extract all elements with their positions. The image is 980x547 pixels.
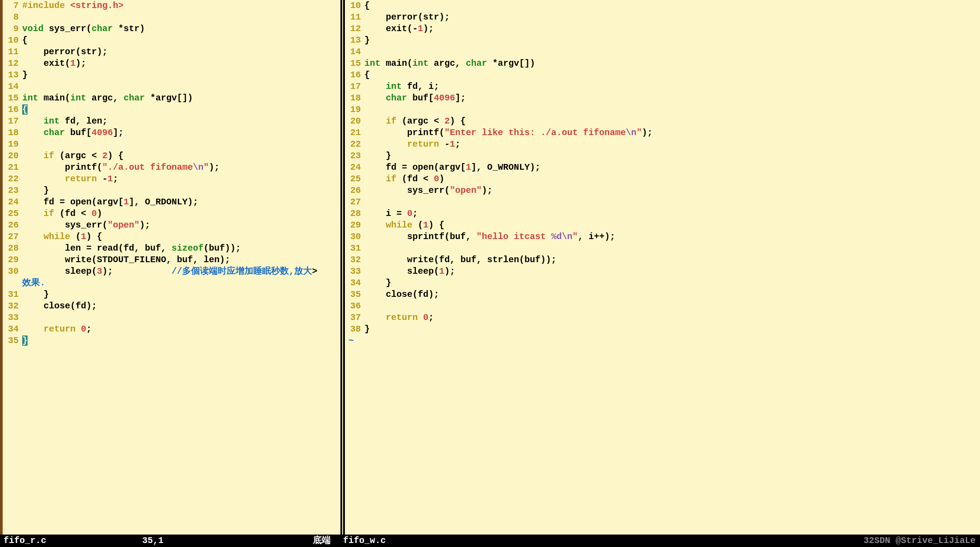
code-content[interactable]: sleep(1); [364,266,980,277]
code-line[interactable]: 13} [3,69,340,81]
code-content[interactable]: { [364,0,980,12]
code-line[interactable]: 29 while (1) { [345,220,980,231]
code-line[interactable]: 11 perror(str); [3,46,340,58]
code-content[interactable]: } [22,69,340,81]
code-line[interactable]: 7#include <string.h> [3,0,340,12]
code-line[interactable]: 38} [345,323,980,335]
code-line[interactable]: 35 close(fd); [345,289,980,300]
code-line[interactable]: 18 char buf[4096]; [3,127,340,139]
code-line[interactable]: 20 if (argc < 2) { [3,150,340,162]
code-content[interactable] [22,312,340,323]
code-content[interactable]: sys_err("open"); [22,220,340,231]
code-content[interactable]: while (1) { [22,231,340,243]
code-content[interactable]: int fd, i; [364,81,980,92]
code-line[interactable]: 27 [345,196,980,208]
code-content[interactable]: if (fd < 0) [22,208,340,220]
code-content[interactable] [22,139,340,150]
code-content[interactable]: sleep(3); //多個读端时应增加睡眠秒数,放大> [22,266,340,277]
code-line[interactable]: 效果. [3,277,340,289]
code-line[interactable]: 10{ [345,0,980,12]
code-line[interactable]: 25 if (fd < 0) [345,173,980,185]
code-content[interactable]: fd = open(argv[1], O_RDONLY); [22,196,340,208]
code-content[interactable] [364,300,980,312]
code-line[interactable]: 16{ [345,69,980,81]
code-line[interactable]: 9void sys_err(char *str) [3,23,340,35]
code-content[interactable]: return -1; [22,173,340,185]
pane-separator[interactable] [340,0,343,535]
code-content[interactable]: #include <string.h> [22,0,340,12]
code-line[interactable]: 30 sleep(3); //多個读端时应增加睡眠秒数,放大> [3,266,340,277]
code-content[interactable] [364,46,980,58]
code-line[interactable]: 14 [345,46,980,58]
code-content[interactable]: } [364,323,980,335]
code-line[interactable]: 12 exit(1); [3,58,340,69]
code-line[interactable]: 31 [345,243,980,254]
code-content[interactable]: exit(1); [22,58,340,69]
code-line[interactable]: 29 write(STDOUT_FILENO, buf, len); [3,254,340,266]
left-pane[interactable]: 7#include <string.h>89void sys_err(char … [0,0,340,535]
code-line[interactable]: 13} [345,35,980,46]
code-content[interactable]: 效果. [22,277,340,289]
code-content[interactable]: } [364,277,980,289]
code-content[interactable]: { [22,104,340,116]
code-content[interactable]: close(fd); [364,289,980,300]
code-line[interactable]: 32 close(fd); [3,300,340,312]
code-line[interactable]: 10{ [3,35,340,46]
code-content[interactable]: while (1) { [364,220,980,231]
code-content[interactable]: i = 0; [364,208,980,220]
code-content[interactable]: return 0; [22,323,340,335]
code-line[interactable]: 15int main(int argc, char *argv[]) [345,58,980,69]
code-content[interactable]: sys_err("open"); [364,185,980,196]
code-content[interactable]: return -1; [364,139,980,150]
code-content[interactable]: write(fd, buf, strlen(buf)); [364,254,980,266]
code-line[interactable]: 23 } [3,185,340,196]
code-content[interactable]: char buf[4096]; [22,127,340,139]
code-line[interactable]: 28 i = 0; [345,208,980,220]
code-line[interactable]: 24 fd = open(argv[1], O_WRONLY); [345,162,980,173]
code-content[interactable]: } [22,185,340,196]
code-line[interactable]: 33 sleep(1); [345,266,980,277]
code-line[interactable]: 25 if (fd < 0) [3,208,340,220]
code-content[interactable]: } [364,150,980,162]
code-line[interactable]: 27 while (1) { [3,231,340,243]
code-line[interactable]: 35} [3,335,340,347]
code-line[interactable]: 23 } [345,150,980,162]
code-content[interactable]: fd = open(argv[1], O_WRONLY); [364,162,980,173]
code-content[interactable] [364,243,980,254]
code-line[interactable]: 32 write(fd, buf, strlen(buf)); [345,254,980,266]
code-content[interactable]: { [364,69,980,81]
code-line[interactable]: 33 [3,312,340,323]
right-pane[interactable]: 10{11 perror(str);12 exit(-1);13}1415int… [343,0,980,535]
code-content[interactable]: int main(int argc, char *argv[]) [364,58,980,69]
code-content[interactable]: printf("Enter like this: ./a.out fifonam… [364,127,980,139]
code-content[interactable]: if (argc < 2) { [22,150,340,162]
code-line[interactable]: 21 printf("Enter like this: ./a.out fifo… [345,127,980,139]
code-content[interactable]: int main(int argc, char *argv[]) [22,92,340,104]
code-line[interactable]: 31 } [3,289,340,300]
code-line[interactable]: 34 return 0; [3,323,340,335]
code-line[interactable]: 12 exit(-1); [345,23,980,35]
code-content[interactable]: close(fd); [22,300,340,312]
code-line[interactable]: 19 [345,104,980,116]
code-content[interactable]: if (fd < 0) [364,173,980,185]
code-content[interactable]: write(STDOUT_FILENO, buf, len); [22,254,340,266]
code-line[interactable]: 15int main(int argc, char *argv[]) [3,92,340,104]
code-line[interactable]: 19 [3,139,340,150]
code-line[interactable]: 34 } [345,277,980,289]
code-content[interactable]: if (argc < 2) { [364,116,980,127]
code-line[interactable]: 17 int fd, i; [345,81,980,92]
code-line[interactable]: 16{ [3,104,340,116]
code-content[interactable] [22,12,340,23]
code-line[interactable]: 18 char buf[4096]; [345,92,980,104]
code-content[interactable]: len = read(fd, buf, sizeof(buf)); [22,243,340,254]
code-line[interactable]: 24 fd = open(argv[1], O_RDONLY); [3,196,340,208]
code-line[interactable]: 20 if (argc < 2) { [345,116,980,127]
code-line[interactable]: 8 [3,12,340,23]
code-content[interactable]: sprintf(buf, "hello itcast %d\n", i++); [364,231,980,243]
code-content[interactable]: void sys_err(char *str) [22,23,340,35]
code-line[interactable]: 30 sprintf(buf, "hello itcast %d\n", i++… [345,231,980,243]
code-content[interactable]: } [22,335,340,347]
code-content[interactable] [364,196,980,208]
code-content[interactable] [22,81,340,92]
code-line[interactable]: 22 return -1; [3,173,340,185]
